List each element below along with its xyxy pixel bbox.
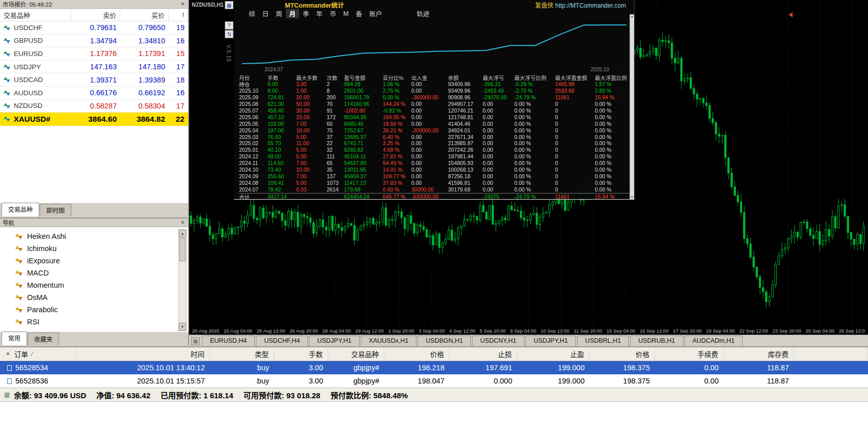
stats-title: MTCommander统计 [285,0,344,10]
stats-cell: 0.00 [483,127,514,133]
stats-titlebar[interactable]: MTCommander统计 复盘侠 http://MTCommander.com [234,0,634,9]
market-watch-row[interactable]: NZDUSD0.582870.5830417 [0,100,188,113]
chart-symbol-label: NZDUSD,H1 [192,2,224,8]
stats-menu-item-季[interactable]: 季 [299,9,313,18]
navigator-item-iexposure[interactable]: iExposure [15,255,188,267]
chart-list-icon[interactable]: ▤ [191,337,200,345]
orders-column-header[interactable]: 类型 [210,347,274,361]
chart-tab-usdrub-h1[interactable]: USDRUB,H1 [630,336,683,346]
orders-column-header[interactable]: 价格 [590,347,655,361]
stats-menu-item-M[interactable]: M [340,10,352,17]
market-watch-row[interactable]: AUDUSD0.661760.6619216 [0,87,188,100]
stats-cell: 10.00 [296,127,327,133]
stats-row: 2025.09724.8120.00200156001.790.00 %-360… [239,94,630,101]
chart-tab-usdbgn-h1[interactable]: USDBGN,H1 [417,336,471,346]
mtcommander-stats-panel[interactable]: MTCommander统计 复盘侠 http://MTCommander.com… [234,0,635,200]
panel-tool-button-3[interactable]: N [225,30,233,38]
navigator-item-heiken-ashi[interactable]: Heiken Ashi [15,230,188,242]
market-watch-row[interactable]: GBPUSD1.347941.3481016 [0,35,188,48]
scroll-down-icon[interactable]: ▼ [630,196,634,199]
orders-column-header[interactable]: 手续费 [655,347,724,361]
stats-menu-item-综[interactable]: 综 [245,9,259,18]
chart-tab-usdbrl-h1[interactable]: USDBRL,H1 [577,336,629,346]
scroll-down-icon[interactable]: ▼ [179,323,186,331]
navigator-item-ichimoku[interactable]: Ichimoku [15,242,188,255]
market-watch-column-header[interactable]: 交易品种 [0,9,71,21]
stats-menu-item-备[interactable]: 备 [352,9,366,18]
market-watch-row[interactable]: USDCHF0.796310.7965019 [0,21,188,35]
market-watch-row[interactable]: XAUUSD#3864.603864.8222 [0,113,188,126]
chart-tab-audcadm-h1[interactable]: AUDCADm,H1 [685,336,743,346]
stats-cell: 0 [555,127,595,133]
orders-column-header[interactable]: ×订单∕ [0,347,76,361]
scroll-up-icon[interactable]: ▲ [630,15,634,18]
navigator-item-parabolic[interactable]: Parabolic [15,304,188,316]
market-watch-titlebar[interactable]: 市场报价: 05:49:22 × [0,0,188,9]
close-icon[interactable]: × [180,220,186,226]
chart-tab-usdjpy-h1[interactable]: USDJPY,H1 [525,336,576,346]
scroll-up-icon[interactable]: ▲ [179,230,186,237]
stats-cell: 6.00 [268,81,296,87]
account-status-bar: ▦ 余额: 93 409.96 USD净值: 94 636.42已用预付款: 1… [0,388,868,402]
tab-即时图[interactable]: 即时图 [40,204,71,216]
tab-常用[interactable]: 常用 [2,332,27,345]
panel-tool-button-2[interactable]: ? [225,21,233,30]
scrollbar-thumb[interactable] [179,238,186,261]
chart-tab-usdchf-h4[interactable]: USDCHF,H4 [256,336,308,346]
orders-column-header[interactable]: 止盈 [517,347,590,361]
market-watch-column-header[interactable]: ! [169,9,188,21]
order-row[interactable]: 565285342025.10.01 13:40:12buy3.00gbpjpy… [0,361,868,374]
close-icon[interactable]: × [180,1,186,7]
tab-收藏夹[interactable]: 收藏夹 [28,333,59,345]
stats-menu-item-币[interactable]: 币 [326,9,340,18]
orders-column-header[interactable]: 手数 [274,347,328,361]
orders-column-header[interactable]: 库存费 [724,347,794,361]
chart-tab-usdcny-h1[interactable]: USDCNY,H1 [472,336,524,346]
orders-column-header[interactable]: 时间 [76,347,210,361]
stats-menu-item-年[interactable]: 年 [313,9,327,18]
stats-scrollbar[interactable]: ▲ ▼ [629,14,634,199]
stats-menu-item-账户[interactable]: 账户 [366,9,386,18]
orders-column-header[interactable]: 价格 [384,347,450,361]
navigator-scrollbar[interactable]: ▲ ▼ [178,229,187,331]
stats-menu-item-周[interactable]: 周 [272,9,286,18]
order-cell: 2025.10.01 15:15:57 [76,377,210,385]
market-watch-column-header[interactable]: 卖价 [71,9,120,21]
brand-label: 复盘侠 http://MTCommander.com [535,1,626,9]
stats-cell: 0.00 [483,153,514,159]
chart-region[interactable]: NZDUSD,H1 ▦ ? N V.5.15 MTCommander统计 复盘侠… [189,0,868,346]
orders-column-header[interactable]: 止损 [450,347,517,361]
market-watch-row[interactable]: USDJPY147.163147.18017 [0,61,188,74]
market-watch-row[interactable]: USDCAD1.393711.3938918 [0,73,188,87]
stats-cell: 0.00 % [595,107,630,114]
stats-header-cell: 百分比% [383,74,411,81]
stats-row: 2025.08621.0050.0070174160.96144.24 %0.0… [239,101,630,107]
stats-cell: 0.00 % [514,167,555,173]
stats-menu-item-月[interactable]: 月 [286,9,300,18]
tab-交易品种[interactable]: 交易品种 [2,203,39,216]
panel-tool-button-1[interactable]: ▦ [225,1,233,9]
stats-menu-item-日[interactable]: 日 [259,9,273,18]
stats-cell: 6743.71 [344,140,383,146]
stats-cell: 2025.01 [239,147,268,153]
orders-column-header[interactable]: 交易品种 [328,347,384,361]
stats-cell: 724.81 [268,94,296,100]
market-watch-column-header[interactable]: 买价 [120,9,169,21]
stats-cell: -2.70 % [514,88,555,94]
order-doc-icon [7,365,12,371]
chart-tab-xauusdx-h1[interactable]: XAUUSDx,H1 [361,336,417,346]
navigator-titlebar[interactable]: 导航 × [0,218,188,227]
order-row[interactable]: 565285362025.10.01 15:15:57buy3.00gbpjpy… [0,374,868,388]
chart-tab-usdjpy-h1[interactable]: USDJPY,H1 [309,336,359,346]
close-icon[interactable]: × [5,351,11,357]
navigator-item-macd[interactable]: MACD [15,267,188,279]
navigator-item-momentum[interactable]: Momentum [15,279,188,291]
navigator-item-stochastic[interactable]: Stochastic [15,328,188,331]
chart-tab-eurusd-h4[interactable]: EURUSD,H4 [202,336,255,346]
navigator-item-rsi[interactable]: RSI [15,316,188,328]
market-watch-row[interactable]: EURUSD1.173761.1739115 [0,47,188,61]
navigator-item-osma[interactable]: OsMA [15,291,188,304]
stats-cell: 4.68 % [383,147,411,153]
stats-cell: 0.00 [483,140,514,146]
stats-menu-item-轨迹[interactable]: 轨迹 [413,9,433,18]
